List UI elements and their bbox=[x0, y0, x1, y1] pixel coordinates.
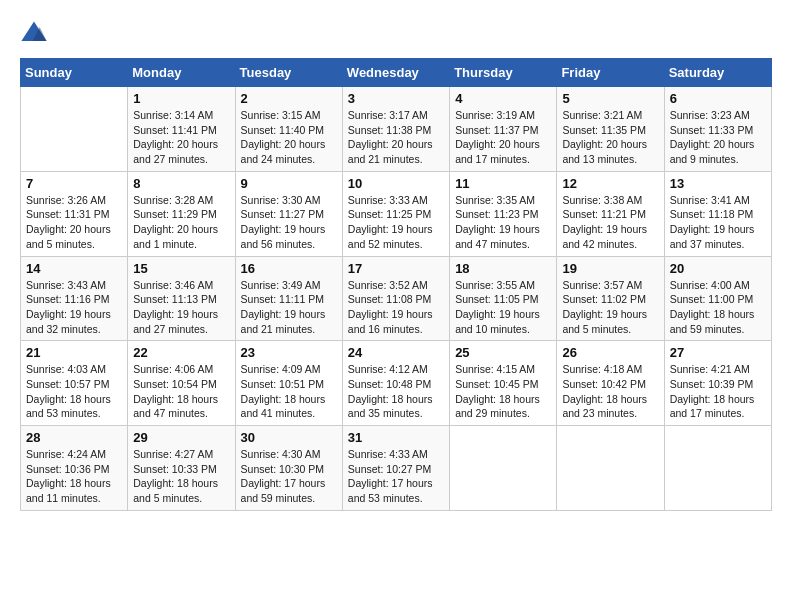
day-number: 30 bbox=[241, 430, 337, 445]
week-row-1: 1Sunrise: 3:14 AM Sunset: 11:41 PM Dayli… bbox=[21, 87, 772, 172]
day-number: 3 bbox=[348, 91, 444, 106]
day-cell: 5Sunrise: 3:21 AM Sunset: 11:35 PM Dayli… bbox=[557, 87, 664, 172]
day-cell: 14Sunrise: 3:43 AM Sunset: 11:16 PM Dayl… bbox=[21, 256, 128, 341]
weekday-header-tuesday: Tuesday bbox=[235, 59, 342, 87]
day-cell: 30Sunrise: 4:30 AM Sunset: 10:30 PM Dayl… bbox=[235, 426, 342, 511]
day-cell bbox=[664, 426, 771, 511]
day-cell: 12Sunrise: 3:38 AM Sunset: 11:21 PM Dayl… bbox=[557, 171, 664, 256]
weekday-header-wednesday: Wednesday bbox=[342, 59, 449, 87]
weekday-header-row: SundayMondayTuesdayWednesdayThursdayFrid… bbox=[21, 59, 772, 87]
day-info: Sunrise: 4:33 AM Sunset: 10:27 PM Daylig… bbox=[348, 447, 444, 506]
day-cell: 6Sunrise: 3:23 AM Sunset: 11:33 PM Dayli… bbox=[664, 87, 771, 172]
day-cell: 15Sunrise: 3:46 AM Sunset: 11:13 PM Dayl… bbox=[128, 256, 235, 341]
day-number: 25 bbox=[455, 345, 551, 360]
day-info: Sunrise: 4:03 AM Sunset: 10:57 PM Daylig… bbox=[26, 362, 122, 421]
weekday-header-sunday: Sunday bbox=[21, 59, 128, 87]
day-number: 27 bbox=[670, 345, 766, 360]
week-row-3: 14Sunrise: 3:43 AM Sunset: 11:16 PM Dayl… bbox=[21, 256, 772, 341]
day-cell: 1Sunrise: 3:14 AM Sunset: 11:41 PM Dayli… bbox=[128, 87, 235, 172]
day-info: Sunrise: 3:35 AM Sunset: 11:23 PM Daylig… bbox=[455, 193, 551, 252]
day-cell: 13Sunrise: 3:41 AM Sunset: 11:18 PM Dayl… bbox=[664, 171, 771, 256]
day-number: 12 bbox=[562, 176, 658, 191]
day-info: Sunrise: 3:43 AM Sunset: 11:16 PM Daylig… bbox=[26, 278, 122, 337]
day-number: 7 bbox=[26, 176, 122, 191]
day-cell bbox=[21, 87, 128, 172]
weekday-header-saturday: Saturday bbox=[664, 59, 771, 87]
day-cell: 24Sunrise: 4:12 AM Sunset: 10:48 PM Dayl… bbox=[342, 341, 449, 426]
day-number: 19 bbox=[562, 261, 658, 276]
day-info: Sunrise: 3:52 AM Sunset: 11:08 PM Daylig… bbox=[348, 278, 444, 337]
day-info: Sunrise: 3:19 AM Sunset: 11:37 PM Daylig… bbox=[455, 108, 551, 167]
day-number: 5 bbox=[562, 91, 658, 106]
day-info: Sunrise: 3:30 AM Sunset: 11:27 PM Daylig… bbox=[241, 193, 337, 252]
day-info: Sunrise: 4:12 AM Sunset: 10:48 PM Daylig… bbox=[348, 362, 444, 421]
day-number: 20 bbox=[670, 261, 766, 276]
day-info: Sunrise: 4:30 AM Sunset: 10:30 PM Daylig… bbox=[241, 447, 337, 506]
day-number: 15 bbox=[133, 261, 229, 276]
day-cell: 28Sunrise: 4:24 AM Sunset: 10:36 PM Dayl… bbox=[21, 426, 128, 511]
day-number: 16 bbox=[241, 261, 337, 276]
week-row-2: 7Sunrise: 3:26 AM Sunset: 11:31 PM Dayli… bbox=[21, 171, 772, 256]
day-cell: 21Sunrise: 4:03 AM Sunset: 10:57 PM Dayl… bbox=[21, 341, 128, 426]
day-info: Sunrise: 4:18 AM Sunset: 10:42 PM Daylig… bbox=[562, 362, 658, 421]
day-cell: 25Sunrise: 4:15 AM Sunset: 10:45 PM Dayl… bbox=[450, 341, 557, 426]
day-info: Sunrise: 3:49 AM Sunset: 11:11 PM Daylig… bbox=[241, 278, 337, 337]
day-number: 9 bbox=[241, 176, 337, 191]
day-cell: 4Sunrise: 3:19 AM Sunset: 11:37 PM Dayli… bbox=[450, 87, 557, 172]
day-cell: 16Sunrise: 3:49 AM Sunset: 11:11 PM Dayl… bbox=[235, 256, 342, 341]
weekday-header-friday: Friday bbox=[557, 59, 664, 87]
day-cell: 20Sunrise: 4:00 AM Sunset: 11:00 PM Dayl… bbox=[664, 256, 771, 341]
day-number: 4 bbox=[455, 91, 551, 106]
day-number: 31 bbox=[348, 430, 444, 445]
day-info: Sunrise: 3:17 AM Sunset: 11:38 PM Daylig… bbox=[348, 108, 444, 167]
day-cell: 10Sunrise: 3:33 AM Sunset: 11:25 PM Dayl… bbox=[342, 171, 449, 256]
day-cell: 27Sunrise: 4:21 AM Sunset: 10:39 PM Dayl… bbox=[664, 341, 771, 426]
day-info: Sunrise: 3:23 AM Sunset: 11:33 PM Daylig… bbox=[670, 108, 766, 167]
page-header bbox=[20, 20, 772, 48]
day-number: 11 bbox=[455, 176, 551, 191]
day-info: Sunrise: 3:46 AM Sunset: 11:13 PM Daylig… bbox=[133, 278, 229, 337]
day-info: Sunrise: 4:06 AM Sunset: 10:54 PM Daylig… bbox=[133, 362, 229, 421]
day-info: Sunrise: 4:27 AM Sunset: 10:33 PM Daylig… bbox=[133, 447, 229, 506]
logo bbox=[20, 20, 52, 48]
day-number: 29 bbox=[133, 430, 229, 445]
day-info: Sunrise: 3:26 AM Sunset: 11:31 PM Daylig… bbox=[26, 193, 122, 252]
day-info: Sunrise: 4:09 AM Sunset: 10:51 PM Daylig… bbox=[241, 362, 337, 421]
day-cell bbox=[557, 426, 664, 511]
day-number: 6 bbox=[670, 91, 766, 106]
day-info: Sunrise: 3:55 AM Sunset: 11:05 PM Daylig… bbox=[455, 278, 551, 337]
week-row-5: 28Sunrise: 4:24 AM Sunset: 10:36 PM Dayl… bbox=[21, 426, 772, 511]
day-info: Sunrise: 4:24 AM Sunset: 10:36 PM Daylig… bbox=[26, 447, 122, 506]
week-row-4: 21Sunrise: 4:03 AM Sunset: 10:57 PM Dayl… bbox=[21, 341, 772, 426]
day-cell bbox=[450, 426, 557, 511]
day-cell: 11Sunrise: 3:35 AM Sunset: 11:23 PM Dayl… bbox=[450, 171, 557, 256]
day-number: 28 bbox=[26, 430, 122, 445]
day-cell: 18Sunrise: 3:55 AM Sunset: 11:05 PM Dayl… bbox=[450, 256, 557, 341]
calendar-table: SundayMondayTuesdayWednesdayThursdayFrid… bbox=[20, 58, 772, 511]
day-info: Sunrise: 3:28 AM Sunset: 11:29 PM Daylig… bbox=[133, 193, 229, 252]
weekday-header-monday: Monday bbox=[128, 59, 235, 87]
day-number: 26 bbox=[562, 345, 658, 360]
day-number: 21 bbox=[26, 345, 122, 360]
day-cell: 2Sunrise: 3:15 AM Sunset: 11:40 PM Dayli… bbox=[235, 87, 342, 172]
day-cell: 3Sunrise: 3:17 AM Sunset: 11:38 PM Dayli… bbox=[342, 87, 449, 172]
day-info: Sunrise: 3:14 AM Sunset: 11:41 PM Daylig… bbox=[133, 108, 229, 167]
day-number: 2 bbox=[241, 91, 337, 106]
day-number: 17 bbox=[348, 261, 444, 276]
day-cell: 19Sunrise: 3:57 AM Sunset: 11:02 PM Dayl… bbox=[557, 256, 664, 341]
logo-icon bbox=[20, 20, 48, 48]
day-number: 22 bbox=[133, 345, 229, 360]
day-info: Sunrise: 4:00 AM Sunset: 11:00 PM Daylig… bbox=[670, 278, 766, 337]
day-cell: 7Sunrise: 3:26 AM Sunset: 11:31 PM Dayli… bbox=[21, 171, 128, 256]
day-number: 23 bbox=[241, 345, 337, 360]
day-cell: 17Sunrise: 3:52 AM Sunset: 11:08 PM Dayl… bbox=[342, 256, 449, 341]
day-number: 1 bbox=[133, 91, 229, 106]
day-number: 8 bbox=[133, 176, 229, 191]
day-cell: 26Sunrise: 4:18 AM Sunset: 10:42 PM Dayl… bbox=[557, 341, 664, 426]
day-info: Sunrise: 3:15 AM Sunset: 11:40 PM Daylig… bbox=[241, 108, 337, 167]
day-number: 24 bbox=[348, 345, 444, 360]
day-info: Sunrise: 3:21 AM Sunset: 11:35 PM Daylig… bbox=[562, 108, 658, 167]
day-cell: 23Sunrise: 4:09 AM Sunset: 10:51 PM Dayl… bbox=[235, 341, 342, 426]
day-cell: 22Sunrise: 4:06 AM Sunset: 10:54 PM Dayl… bbox=[128, 341, 235, 426]
day-info: Sunrise: 4:21 AM Sunset: 10:39 PM Daylig… bbox=[670, 362, 766, 421]
